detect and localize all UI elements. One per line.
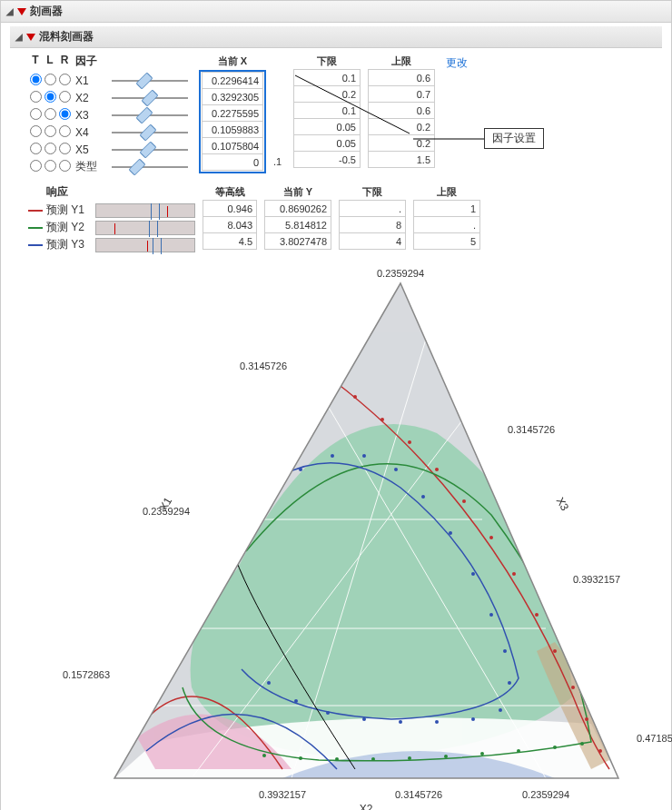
resp-lower-cell[interactable]: 8 xyxy=(339,216,406,233)
lower-cell[interactable]: -0.5 xyxy=(293,151,361,168)
factor-radio-column: T L R 因子 X1X2X3X4X5类型 xyxy=(28,54,192,175)
response-color-line xyxy=(28,210,43,212)
radio-T-X5[interactable] xyxy=(30,143,42,154)
outer-panel: ◢ 刻画器 ◢ 混料刻画器 T L R 因子 xyxy=(0,0,672,810)
svg-point-45 xyxy=(489,613,493,617)
upper-cell[interactable]: 0.2 xyxy=(368,118,435,135)
resp-lower-cell[interactable]: 4 xyxy=(339,232,406,250)
dropdown-icon[interactable] xyxy=(17,8,26,15)
svg-point-54 xyxy=(294,699,298,703)
upper-cell[interactable]: 0.6 xyxy=(368,102,435,119)
factor-slider-X3[interactable] xyxy=(112,109,188,122)
axis-X3: X3 xyxy=(554,495,572,513)
svg-point-20 xyxy=(512,572,516,576)
radio-L-X3[interactable] xyxy=(44,108,56,120)
upper-cell[interactable]: 0.6 xyxy=(368,69,435,86)
response-slider[interactable] xyxy=(95,238,195,252)
radio-R-X4[interactable] xyxy=(59,125,71,137)
radio-T-X4[interactable] xyxy=(30,125,42,137)
factor-label: X1 xyxy=(75,74,108,87)
currentX-column: 当前 X 0.22964140.32923050.22755950.105988… xyxy=(199,54,266,173)
factor-slider-X4[interactable] xyxy=(112,126,188,139)
factor-slider-类型[interactable] xyxy=(112,161,188,173)
axis-X2: X2 xyxy=(360,803,373,810)
response-label: 预测 Y2 xyxy=(46,220,92,235)
response-slider[interactable] xyxy=(95,203,195,218)
svg-point-16 xyxy=(408,440,411,444)
radio-L-X2[interactable] xyxy=(44,91,56,103)
currentX-cell[interactable]: 0.1059883 xyxy=(202,121,263,138)
svg-point-27 xyxy=(299,756,302,760)
upper-cell[interactable]: 1.5 xyxy=(368,151,435,168)
radio-T-X2[interactable] xyxy=(30,91,42,103)
factor-slider-X2[interactable] xyxy=(112,92,188,104)
svg-point-18 xyxy=(462,499,466,503)
radio-L-X1[interactable] xyxy=(44,74,56,85)
currentX-cell[interactable]: 0 xyxy=(202,153,263,171)
svg-point-46 xyxy=(503,649,507,653)
svg-point-26 xyxy=(262,754,266,757)
radio-L-X4[interactable] xyxy=(44,125,56,137)
resp-upper-cell[interactable]: 5 xyxy=(413,232,480,250)
radio-R-X5[interactable] xyxy=(59,143,71,154)
inner-panel-wrap: ◢ 混料刻画器 T L R 因子 X1X2X3X4X5类型 xyxy=(10,26,662,810)
radio-R-X1[interactable] xyxy=(59,74,71,85)
change-link[interactable]: 更改 xyxy=(442,54,471,73)
svg-point-37 xyxy=(272,495,275,499)
radio-T-X1[interactable] xyxy=(30,74,42,85)
contour-cell[interactable]: 8.043 xyxy=(203,216,257,233)
dropdown-icon[interactable] xyxy=(26,34,35,41)
disclose-icon[interactable]: ◢ xyxy=(15,32,23,42)
svg-point-55 xyxy=(267,681,271,685)
lower-cell[interactable]: 0.1 xyxy=(293,69,361,86)
response-row: 预测 Y2 xyxy=(28,219,195,236)
currentX-cell[interactable]: 0.2296414 xyxy=(202,72,263,89)
svg-point-44 xyxy=(471,572,475,576)
svg-point-19 xyxy=(489,536,493,539)
factor-slider-X1[interactable] xyxy=(112,74,188,87)
factor-slider-X5[interactable] xyxy=(112,143,188,156)
contour-cell[interactable]: 4.5 xyxy=(203,232,257,250)
currentX-cell[interactable]: 0.3292305 xyxy=(202,88,263,105)
upper-cell[interactable]: 0.7 xyxy=(368,85,435,103)
radio-R-X3[interactable] xyxy=(59,108,71,120)
svg-point-32 xyxy=(480,752,484,756)
ternary-chart[interactable]: 0.2359294 0.3145726 0.2359294 0.1572863 … xyxy=(10,261,672,810)
lower-cell[interactable]: 0.1 xyxy=(293,102,361,119)
svg-point-39 xyxy=(331,454,334,458)
factor-label: 类型 xyxy=(75,159,108,174)
lower-cell[interactable]: 0.2 xyxy=(293,85,361,103)
outer-panel-header[interactable]: ◢ 刻画器 xyxy=(1,1,671,23)
radio-T-类型[interactable] xyxy=(30,160,42,172)
currentY-cell[interactable]: 0.8690262 xyxy=(264,200,331,217)
inner-panel-header[interactable]: ◢ 混料刻画器 xyxy=(10,26,662,48)
factor-label: X4 xyxy=(75,126,108,139)
hdr-upper: 上限 xyxy=(368,53,435,70)
radio-L-类型[interactable] xyxy=(44,160,56,172)
radio-T-X3[interactable] xyxy=(30,108,42,120)
currentY-cell[interactable]: 3.8027478 xyxy=(264,232,331,250)
factor-label: X2 xyxy=(75,92,108,104)
lower-cell[interactable]: 0.05 xyxy=(293,134,361,152)
factor-row-X1: X1 xyxy=(28,72,192,89)
radio-R-类型[interactable] xyxy=(59,160,71,172)
resp-upper-cell[interactable]: 1 xyxy=(413,200,480,217)
currentX-cell[interactable]: 0.2275595 xyxy=(202,104,263,122)
disclose-icon[interactable]: ◢ xyxy=(6,6,14,16)
resp-upper-cell[interactable]: . xyxy=(413,216,480,233)
currentX-cell[interactable]: 0.1075804 xyxy=(202,137,263,154)
svg-point-36 xyxy=(244,531,248,535)
radio-R-X2[interactable] xyxy=(59,91,71,103)
svg-point-25 xyxy=(598,749,602,753)
contour-cell[interactable]: 0.946 xyxy=(203,200,257,217)
svg-point-43 xyxy=(449,531,452,535)
currentY-cell[interactable]: 5.814812 xyxy=(264,216,331,233)
response-color-line xyxy=(28,244,43,246)
resp-lower-cell[interactable]: . xyxy=(339,200,406,217)
lower-cell[interactable]: 0.05 xyxy=(293,118,361,135)
hdr-response: 响应 xyxy=(28,184,195,202)
hdr-lower2: 下限 xyxy=(339,183,406,201)
upper-cell[interactable]: 0.2 xyxy=(368,134,435,152)
radio-L-X5[interactable] xyxy=(44,143,56,154)
response-slider[interactable] xyxy=(95,221,195,235)
